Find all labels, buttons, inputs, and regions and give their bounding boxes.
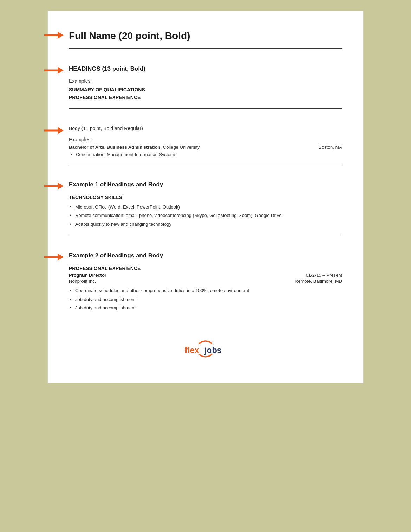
job-org-row: Nonprofit Inc. Remote, Baltimore, MD — [69, 278, 342, 284]
body-bullet: Concentration: Management Information Sy… — [69, 152, 342, 157]
divider-3 — [69, 164, 342, 164]
job-location: Remote, Baltimore, MD — [295, 278, 342, 284]
job-org: Nonprofit Inc. — [69, 278, 96, 284]
arrow-fullname — [44, 28, 65, 41]
svg-marker-9 — [58, 254, 64, 261]
tech-skills-list: Microsoft Office (Word, Excel, PowerPoin… — [69, 204, 342, 228]
example2-heading: Example 2 of Headings and Body — [69, 250, 342, 259]
heading-example-2: PROFESSIONAL EXPERIENCE — [69, 94, 342, 101]
body-content: Body (11 point, Bold and Regular) Exampl… — [69, 124, 342, 179]
svg-marker-1 — [58, 32, 64, 39]
section-headings: HEADINGS (13 point, Bold) Examples: SUMM… — [69, 64, 342, 124]
arrow-example2 — [44, 250, 65, 263]
fullname-content: Full Name (20 point, Bold) — [69, 28, 342, 64]
arrow-headings — [44, 64, 65, 77]
svg-marker-3 — [58, 67, 64, 74]
job-title-row: Program Director 01/2-15 – Present — [69, 273, 342, 278]
list-item: Adapts quickly to new and changing techn… — [69, 221, 342, 228]
example2-content: Example 2 of Headings and Body PROFESSIO… — [69, 250, 342, 320]
job-duties-list: Coordinate schedules and other comprehen… — [69, 287, 342, 312]
fullname-title: Full Name (20 point, Bold) — [69, 28, 342, 41]
headings-content: HEADINGS (13 point, Bold) Examples: SUMM… — [69, 64, 342, 124]
section-fullname: Full Name (20 point, Bold) — [69, 28, 342, 64]
heading-example-1: SUMMARY OF QUALIFICATIONS — [69, 86, 342, 94]
body-title: Body (11 point, Bold and Regular) — [69, 124, 342, 131]
body-university: College University — [162, 145, 200, 150]
job-date: 01/2-15 – Present — [306, 273, 342, 278]
body-degree: Bachelor of Arts, Business Administratio… — [69, 145, 200, 150]
list-item: Microsoft Office (Word, Excel, PowerPoin… — [69, 204, 342, 211]
tech-skills-heading: TECHNOLOGY SKILLS — [69, 194, 342, 200]
list-item: Job duty and accomplishment — [69, 305, 342, 312]
section-body: Body (11 point, Bold and Regular) Exampl… — [69, 124, 342, 179]
svg-marker-7 — [58, 182, 64, 190]
example1-heading: Example 1 of Headings and Body — [69, 179, 342, 188]
list-item: Coordinate schedules and other comprehen… — [69, 287, 342, 294]
section-example1: Example 1 of Headings and Body TECHNOLOG… — [69, 179, 342, 251]
divider-4 — [69, 235, 342, 235]
divider-1 — [69, 48, 342, 49]
list-item: Job duty and accomplishment — [69, 296, 342, 303]
body-examples-label: Examples: — [69, 137, 342, 142]
body-degree-bold: Bachelor of Arts, Business Administratio… — [69, 145, 162, 150]
arrow-body — [44, 124, 65, 137]
svg-text:flex: flex — [185, 345, 200, 354]
body-location: Boston, MA — [319, 145, 342, 150]
job-title: Program Director — [69, 273, 106, 278]
example1-content: Example 1 of Headings and Body TECHNOLOG… — [69, 179, 342, 251]
svg-text:jobs: jobs — [204, 345, 222, 354]
headings-examples-label: Examples: — [69, 78, 342, 84]
resume-guide-page: Full Name (20 point, Bold) HEADINGS (13 … — [47, 11, 364, 383]
prof-exp-heading: PROFESSIONAL EXPERIENCE — [69, 265, 342, 271]
arrow-example1 — [44, 179, 65, 192]
divider-2 — [69, 108, 342, 109]
flexjobs-logo: flex jobs — [69, 334, 342, 362]
section-example2: Example 2 of Headings and Body PROFESSIO… — [69, 250, 342, 320]
list-item: Remote communication: email, phone, vide… — [69, 212, 342, 219]
body-example-row: Bachelor of Arts, Business Administratio… — [69, 145, 342, 150]
svg-marker-5 — [58, 127, 64, 134]
headings-title: HEADINGS (13 point, Bold) — [69, 64, 342, 72]
